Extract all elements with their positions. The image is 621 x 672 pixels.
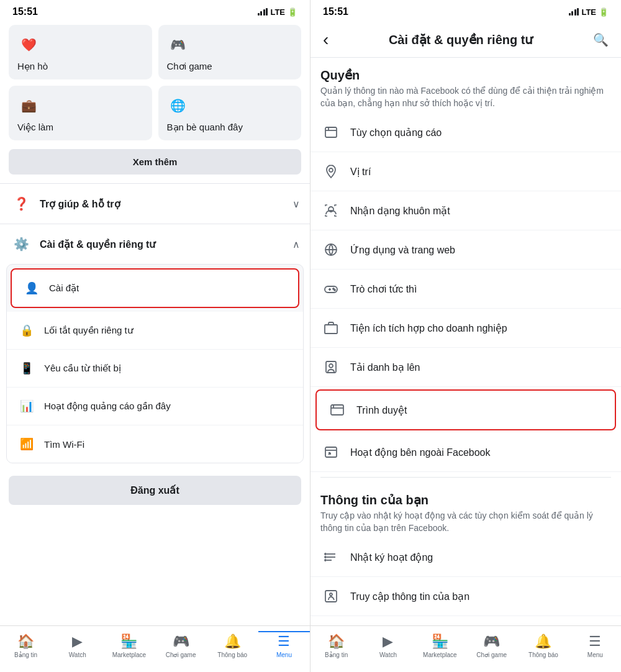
nav-bang-tin-left[interactable]: 🏠 Bảng tin xyxy=(0,631,52,661)
nav-bang-tin-label-right: Bảng tin xyxy=(325,652,348,658)
item-vi-tri[interactable]: Vị trí xyxy=(310,152,621,191)
tuy-chon-qc-label: Tùy chọn quảng cáo xyxy=(350,127,442,138)
right-lte-label: LTE xyxy=(581,7,596,17)
see-more-button[interactable]: Xem thêm xyxy=(9,149,301,175)
nav-game-left[interactable]: 🎮 Chơi game xyxy=(155,631,207,661)
nav-menu-right[interactable]: ☰ Menu xyxy=(569,631,621,661)
tro-giup-label: Trợ giúp & hỗ trợ xyxy=(40,198,285,210)
item-hoat-dong-ngoai[interactable]: Hoạt động bên ngoài Facebook xyxy=(310,433,621,472)
nav-marketplace-left[interactable]: 🏪 Marketplace xyxy=(103,631,155,661)
right-bottom-nav: 🏠 Bảng tin ▶ Watch 🏪 Marketplace 🎮 Chơi … xyxy=(310,625,621,672)
tro-choi-label: Trò chơi tức thì xyxy=(350,283,417,295)
item-tro-choi[interactable]: Trò chơi tức thì xyxy=(310,270,621,309)
svg-rect-17 xyxy=(325,447,337,457)
apps-icon xyxy=(320,239,342,260)
item-nhat-ky[interactable]: Nhật ký hoạt động xyxy=(310,538,621,577)
menu-tile-ban-be[interactable]: 🌐 Bạn bè quanh đây xyxy=(158,86,302,140)
bell-icon-right: 🔔 xyxy=(535,633,551,650)
accordion-tro-giup[interactable]: ❓ Trợ giúp & hỗ trợ ∨ xyxy=(0,183,310,224)
item-tai-xuong[interactable]: Tải thông tin của bạn xuống xyxy=(310,616,621,625)
contacts-icon xyxy=(320,356,342,378)
svg-point-24 xyxy=(325,560,326,561)
play-icon-right: ▶ xyxy=(383,633,393,650)
sub-item-hoat-dong[interactable]: 📊 Hoạt động quảng cáo gần đây xyxy=(7,388,303,425)
gear-icon: ⚙️ xyxy=(10,233,32,255)
nav-menu-left[interactable]: ☰ Menu xyxy=(258,631,310,661)
hen-ho-icon: ❤️ xyxy=(17,34,40,56)
info-access-icon xyxy=(320,586,342,607)
nav-notif-right[interactable]: 🔔 Thông báo xyxy=(517,631,569,661)
logout-button[interactable]: Đăng xuất xyxy=(9,476,301,505)
nhan-dang-label: Nhận dạng khuôn mặt xyxy=(350,205,450,217)
thong-tin-description: Truy cập vào nhật ký hoạt động và các tù… xyxy=(320,510,611,534)
game-icon-left: 🎮 xyxy=(173,633,189,650)
sub-item-cai-dat[interactable]: 👤 Cài đặt xyxy=(11,268,299,308)
left-panel-content: ❤️ Hẹn hò 🎮 Chơi game 💼 Việc làm 🌐 Bạn b… xyxy=(0,20,310,625)
right-status-bar: 15:51 LTE 🔋 xyxy=(310,0,621,20)
external-activity-icon xyxy=(320,442,342,463)
business-icon xyxy=(320,317,342,338)
nav-watch-left[interactable]: ▶ Watch xyxy=(52,631,103,661)
nav-notif-left[interactable]: 🔔 Thông báo xyxy=(207,631,258,661)
item-tien-ich[interactable]: Tiện ích tích hợp cho doanh nghiệp xyxy=(310,309,621,348)
left-time: 15:51 xyxy=(12,6,38,17)
page-title: Cài đặt & quyền riêng tư xyxy=(337,32,584,47)
wifi-icon: 📶 xyxy=(17,434,37,454)
svg-point-3 xyxy=(329,168,333,172)
home-icon-right: 🏠 xyxy=(328,633,345,650)
yeu-cau-label: Yêu cầu từ thiết bị xyxy=(44,363,121,374)
back-button[interactable]: ‹ xyxy=(320,27,331,52)
home-icon: 🏠 xyxy=(17,633,34,650)
item-truy-cap[interactable]: Truy cập thông tin của bạn xyxy=(310,577,621,616)
left-status-bar: 15:51 LTE 🔋 xyxy=(0,0,310,20)
right-page-header: ‹ Cài đặt & quyền riêng tư 🔍 xyxy=(310,20,621,58)
menu-tile-hen-ho[interactable]: ❤️ Hẹn hò xyxy=(9,25,152,79)
search-button[interactable]: 🔍 xyxy=(591,30,611,50)
vi-tri-label: Vị trí xyxy=(350,166,371,178)
svg-point-13 xyxy=(329,364,333,368)
quyen-section-header: Quyền Quản lý thông tin nào mà Facebook … xyxy=(310,58,621,113)
mobile-icon: 📱 xyxy=(17,358,37,378)
sub-item-wifi[interactable]: 📶 Tìm Wi-Fi xyxy=(7,425,303,463)
activity-log-icon xyxy=(320,547,342,568)
nav-marketplace-right[interactable]: 🏪 Marketplace xyxy=(414,631,466,661)
menu-tile-viec-lam[interactable]: 💼 Việc làm xyxy=(9,86,152,140)
sub-item-loi-tat[interactable]: 🔒 Lối tắt quyền riêng tư xyxy=(7,312,303,350)
item-ung-dung[interactable]: Ứng dụng và trang web xyxy=(310,230,621,270)
accordion-cai-dat[interactable]: ⚙️ Cài đặt & quyền riêng tư ∧ xyxy=(0,224,310,264)
hoat-dong-ngoai-label: Hoạt động bên ngoài Facebook xyxy=(350,447,490,458)
nav-bang-tin-right[interactable]: 🏠 Bảng tin xyxy=(310,631,362,661)
nav-bang-tin-label-left: Bảng tin xyxy=(14,652,37,658)
nav-watch-right[interactable]: ▶ Watch xyxy=(362,631,414,661)
store-icon-left: 🏪 xyxy=(120,633,137,650)
nhat-ky-label: Nhật ký hoạt động xyxy=(350,552,433,563)
face-recognition-icon xyxy=(320,200,342,221)
item-tai-danh-ba[interactable]: Tải danh bạ lên xyxy=(310,348,621,387)
hoat-dong-label: Hoạt động quảng cáo gần đây xyxy=(44,401,171,412)
menu-icon-left: ☰ xyxy=(278,633,290,650)
svg-rect-14 xyxy=(331,405,343,415)
ad-options-icon xyxy=(320,122,342,143)
item-nhan-dang[interactable]: Nhận dạng khuôn mặt xyxy=(310,191,621,230)
bell-icon-left: 🔔 xyxy=(224,633,241,650)
quyen-description: Quản lý thông tin nào mà Facebook có thể… xyxy=(320,85,611,109)
wifi-label: Tìm Wi-Fi xyxy=(44,439,84,450)
menu-tile-choi-game[interactable]: 🎮 Chơi game xyxy=(158,25,302,79)
item-trinh-duyet[interactable]: Trình duyệt xyxy=(315,389,616,430)
left-phone-panel: 15:51 LTE 🔋 ❤️ Hẹn hò 🎮 Chơi game xyxy=(0,0,310,672)
store-icon-right: 🏪 xyxy=(432,633,448,650)
game-controller-icon xyxy=(320,278,342,299)
section-divider xyxy=(320,477,611,478)
right-battery-icon: 🔋 xyxy=(599,7,609,17)
svg-point-10 xyxy=(334,289,335,291)
right-time: 15:51 xyxy=(323,6,348,17)
item-tuy-chon-qc[interactable]: Tùy chọn quảng cáo xyxy=(310,113,621,152)
tien-ich-label: Tiện ích tích hợp cho doanh nghiệp xyxy=(350,322,507,334)
thong-tin-heading: Thông tin của bạn xyxy=(320,493,611,507)
nav-game-label-left: Chơi game xyxy=(166,652,196,658)
nav-game-right[interactable]: 🎮 Chơi game xyxy=(466,631,517,661)
sub-item-yeu-cau[interactable]: 📱 Yêu cầu từ thiết bị xyxy=(7,350,303,388)
browser-icon xyxy=(327,399,348,420)
right-signal-icon xyxy=(569,8,579,16)
lock-icon: 🔒 xyxy=(17,320,37,340)
